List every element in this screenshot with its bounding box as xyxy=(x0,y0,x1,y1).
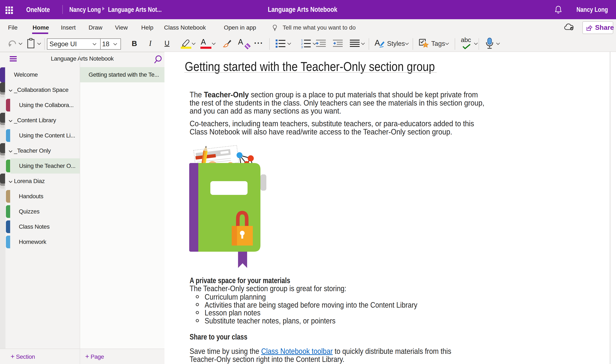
svg-text:A: A xyxy=(375,39,380,47)
svg-text:1: 1 xyxy=(301,39,303,42)
svg-text:2: 2 xyxy=(301,42,303,45)
svg-text:3: 3 xyxy=(301,45,303,49)
